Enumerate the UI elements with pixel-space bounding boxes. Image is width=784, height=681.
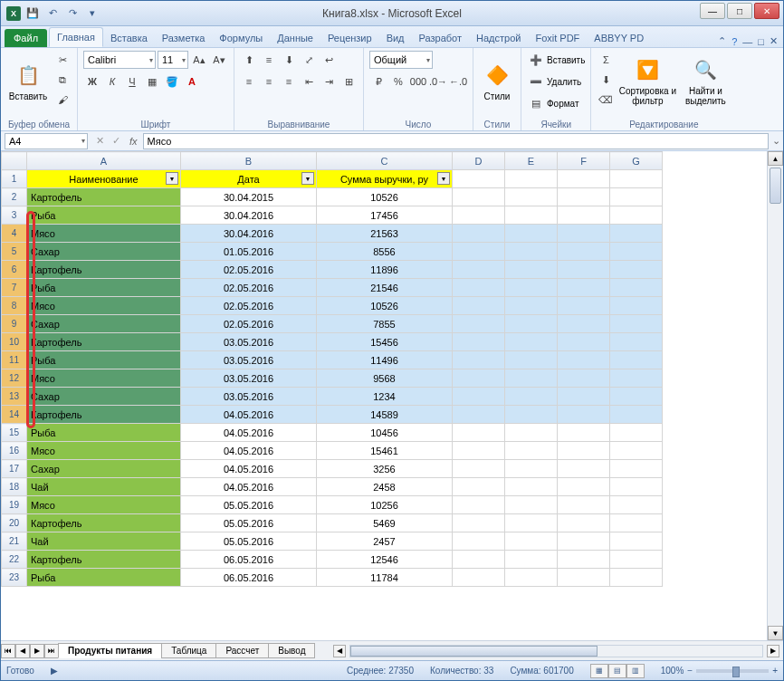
tab-abbyy[interactable]: ABBYY PD bbox=[587, 29, 651, 47]
col-header-G[interactable]: G bbox=[610, 152, 663, 170]
cell[interactable]: 2458 bbox=[317, 478, 453, 496]
cell[interactable] bbox=[610, 424, 663, 442]
cell[interactable]: Рыба bbox=[27, 206, 181, 225]
scroll-thumb[interactable] bbox=[770, 168, 781, 204]
cell[interactable] bbox=[610, 351, 663, 369]
cell[interactable] bbox=[453, 388, 505, 406]
cell[interactable] bbox=[610, 279, 663, 297]
align-left-button[interactable]: ≡ bbox=[240, 72, 258, 91]
cell[interactable]: Мясо bbox=[27, 442, 181, 460]
insert-cells-button[interactable]: ➕ bbox=[527, 51, 545, 69]
cell[interactable] bbox=[610, 369, 663, 388]
maximize-button[interactable]: □ bbox=[727, 3, 752, 19]
filter-button[interactable]: ▼ bbox=[437, 172, 450, 185]
cell[interactable] bbox=[453, 551, 505, 569]
cell[interactable]: 04.05.2016 bbox=[181, 442, 317, 460]
row-header[interactable]: 1 bbox=[2, 170, 27, 188]
sheet-nav-next[interactable]: ▶ bbox=[30, 644, 44, 658]
status-macro-icon[interactable]: ▶ bbox=[51, 666, 58, 676]
cell[interactable] bbox=[453, 333, 505, 351]
row-header[interactable]: 16 bbox=[2, 442, 27, 460]
cell[interactable]: 02.05.2016 bbox=[181, 315, 317, 333]
horizontal-scrollbar[interactable]: ◀ ▶ bbox=[333, 645, 783, 657]
tab-review[interactable]: Рецензир bbox=[320, 29, 379, 47]
cell[interactable] bbox=[505, 496, 558, 514]
cell[interactable] bbox=[453, 424, 505, 442]
cell[interactable] bbox=[505, 315, 558, 333]
doc-close-icon[interactable]: ✕ bbox=[770, 35, 778, 47]
tab-developer[interactable]: Разработ bbox=[412, 29, 469, 47]
cell[interactable] bbox=[610, 170, 663, 188]
sheet-tab[interactable]: Вывод bbox=[268, 643, 315, 658]
cell[interactable] bbox=[610, 315, 663, 333]
row-header[interactable]: 10 bbox=[2, 333, 27, 351]
align-middle-button[interactable]: ≡ bbox=[260, 51, 278, 69]
cell[interactable]: 14589 bbox=[317, 406, 453, 424]
cell[interactable]: Сумма выручки, ру▼ bbox=[317, 170, 453, 188]
cell[interactable]: Мясо bbox=[27, 496, 181, 514]
cell[interactable]: 06.05.2016 bbox=[181, 551, 317, 569]
cell[interactable] bbox=[453, 460, 505, 478]
cell[interactable]: 17456 bbox=[317, 206, 453, 225]
cell[interactable]: 03.05.2016 bbox=[181, 333, 317, 351]
cell[interactable] bbox=[505, 532, 558, 551]
cell[interactable] bbox=[453, 569, 505, 587]
increase-decimal-button[interactable]: .0→ bbox=[429, 72, 447, 91]
cell[interactable]: 05.05.2016 bbox=[181, 514, 317, 532]
cell[interactable] bbox=[610, 569, 663, 587]
cell[interactable]: 02.05.2016 bbox=[181, 279, 317, 297]
bold-button[interactable]: Ж bbox=[83, 72, 101, 91]
cell[interactable]: Мясо bbox=[27, 369, 181, 388]
decrease-indent-button[interactable]: ⇤ bbox=[300, 72, 318, 91]
cell[interactable] bbox=[505, 460, 558, 478]
cell[interactable]: 04.05.2016 bbox=[181, 460, 317, 478]
grid[interactable]: A B C D E F G 1 Наименование▼ Дата▼ Сумм bbox=[1, 151, 767, 640]
font-color-button[interactable]: A bbox=[183, 72, 201, 91]
styles-button[interactable]: 🔶 Стили bbox=[479, 51, 515, 110]
vertical-scrollbar[interactable]: ▲ ▼ bbox=[767, 151, 783, 640]
formula-input[interactable]: Мясо bbox=[143, 133, 769, 149]
cell[interactable] bbox=[453, 496, 505, 514]
qat-customize-button[interactable]: ▾ bbox=[84, 5, 100, 22]
zoom-level[interactable]: 100% bbox=[661, 666, 684, 676]
cell[interactable]: Сахар bbox=[27, 315, 181, 333]
cell[interactable] bbox=[505, 424, 558, 442]
cell[interactable] bbox=[610, 243, 663, 261]
cell[interactable]: Мясо bbox=[27, 225, 181, 243]
cell[interactable] bbox=[505, 225, 558, 243]
cell[interactable] bbox=[453, 188, 505, 206]
row-header[interactable]: 5 bbox=[2, 243, 27, 261]
cell[interactable]: 21546 bbox=[317, 279, 453, 297]
cell[interactable] bbox=[453, 406, 505, 424]
row-header[interactable]: 4 bbox=[2, 225, 27, 243]
increase-indent-button[interactable]: ⇥ bbox=[320, 72, 338, 91]
cell[interactable] bbox=[453, 297, 505, 315]
file-tab[interactable]: Файл bbox=[5, 29, 47, 47]
cell[interactable] bbox=[610, 388, 663, 406]
cell[interactable] bbox=[610, 297, 663, 315]
align-right-button[interactable]: ≡ bbox=[280, 72, 298, 91]
cell[interactable]: Рыба bbox=[27, 569, 181, 587]
tab-home[interactable]: Главная bbox=[49, 27, 103, 47]
scroll-left-button[interactable]: ◀ bbox=[333, 645, 346, 657]
number-format-combo[interactable]: Общий bbox=[369, 51, 433, 69]
comma-button[interactable]: 000 bbox=[409, 72, 427, 91]
orientation-button[interactable]: ⤢ bbox=[300, 51, 318, 69]
cell[interactable] bbox=[505, 243, 558, 261]
cell[interactable] bbox=[558, 478, 610, 496]
cell[interactable]: 10526 bbox=[317, 188, 453, 206]
cell[interactable] bbox=[610, 551, 663, 569]
row-header[interactable]: 8 bbox=[2, 297, 27, 315]
cell[interactable] bbox=[505, 569, 558, 587]
cell[interactable] bbox=[558, 297, 610, 315]
cell[interactable]: 01.05.2016 bbox=[181, 243, 317, 261]
cell[interactable] bbox=[558, 424, 610, 442]
row-header[interactable]: 12 bbox=[2, 369, 27, 388]
cell[interactable] bbox=[610, 188, 663, 206]
view-page-break-button[interactable]: ▥ bbox=[626, 664, 645, 678]
qat-redo-button[interactable]: ↷ bbox=[64, 5, 81, 22]
row-header[interactable]: 15 bbox=[2, 424, 27, 442]
tab-foxit[interactable]: Foxit PDF bbox=[528, 29, 587, 47]
cell[interactable]: 9568 bbox=[317, 369, 453, 388]
cell[interactable] bbox=[453, 442, 505, 460]
